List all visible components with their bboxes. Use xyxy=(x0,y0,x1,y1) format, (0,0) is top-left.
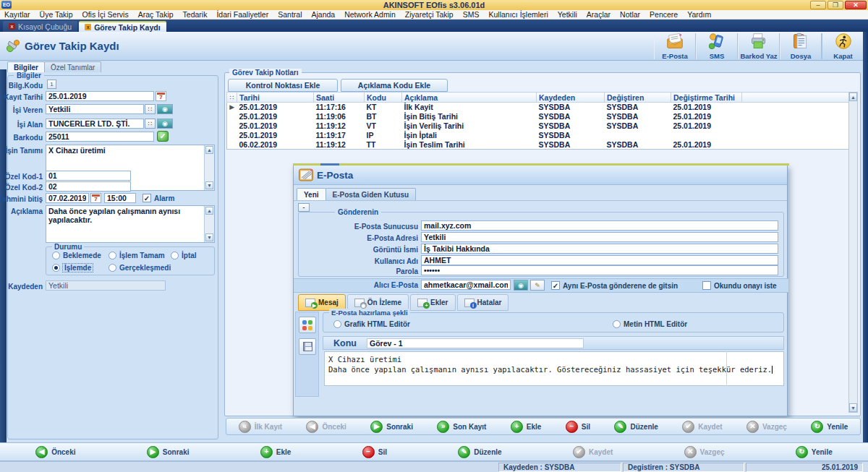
save-button[interactable]: ✔Kaydet xyxy=(573,446,613,458)
tab-ekler[interactable]: + Ekler xyxy=(410,294,455,311)
table-row[interactable]: ▶ 25.01.201911:17:16KTİlk KayitSYSDBASYS… xyxy=(227,103,851,112)
minimize-button[interactable]: – xyxy=(810,1,826,9)
menu-item-idari-faaliyetler[interactable]: İdari Faaliyetler xyxy=(216,10,268,19)
kontrol-noktasi-ekle-button[interactable]: Kontrol Noktası Ekle xyxy=(228,79,338,92)
radio-gerceklesmedi[interactable]: Gerçekleşmedi xyxy=(109,264,171,272)
search-icon[interactable]: ◉ xyxy=(157,119,173,129)
col-degistiren[interactable]: Değiştiren xyxy=(605,93,671,103)
edit-button[interactable]: ✎Düzenle xyxy=(614,421,658,433)
menu-item-ofis-ici-servis[interactable]: Ofis İçi Servis xyxy=(82,10,129,19)
col-saati[interactable]: Saati xyxy=(314,93,365,103)
last-record-button[interactable]: »Son Kayıt xyxy=(437,421,486,433)
scrollbar[interactable]: ▲▼ xyxy=(204,145,214,190)
search-icon[interactable]: ◉ xyxy=(157,104,173,114)
menu-item-tedarik[interactable]: Tedarik xyxy=(183,10,208,19)
menu-item-pencere[interactable]: Pencere xyxy=(650,10,678,19)
table-row[interactable]: 06.02.201911:19:12TTİşin Teslim TarihiSY… xyxy=(227,140,851,150)
refresh-button[interactable]: ↻Yenile xyxy=(811,421,848,433)
tahmini-bitis-time-input[interactable] xyxy=(104,193,136,203)
menu-item-sms[interactable]: SMS xyxy=(463,10,480,19)
scrollbar[interactable]: ▲▼ xyxy=(204,206,214,242)
close-button[interactable]: ✕ xyxy=(845,1,867,9)
edit-button[interactable]: ✎Düzenle xyxy=(458,446,501,458)
isi-veren-input[interactable] xyxy=(46,104,144,114)
tahmini-bitis-date-input[interactable] xyxy=(46,193,89,203)
tab-eposta-giden-kutusu[interactable]: E-Posta Giden Kutusu xyxy=(326,188,417,200)
table-row[interactable]: 25.01.201911:19:06BTİşin Bitiş TarihiSYS… xyxy=(227,112,851,121)
notes-scrollbar[interactable]: ▲▼ xyxy=(848,92,858,413)
cancel-button[interactable]: ✕Vazgeç xyxy=(746,421,787,433)
col-aciklama[interactable]: Açıklama xyxy=(402,93,537,103)
table-row[interactable]: 25.01.201911:19:17IPİşin İptaliSYSDBA xyxy=(227,131,851,140)
alarm-checkbox[interactable]: ✓ Alarm xyxy=(142,194,174,202)
okundu-onayi-checkbox[interactable]: Okundu onayı iste xyxy=(702,281,777,290)
radio-beklemede[interactable]: Beklemede xyxy=(52,252,101,259)
collapse-button[interactable]: - xyxy=(298,203,310,212)
menu-item-araclar[interactable]: Araçlar xyxy=(587,10,610,19)
aciklama-kodu-ekle-button[interactable]: Açıklama Kodu Ekle xyxy=(341,79,448,92)
tab-gorev-takip-kaydi[interactable]: x Görev Takip Kaydı xyxy=(79,21,166,32)
menu-item-ziyaretci-takip[interactable]: Ziyaretçi Takip xyxy=(405,10,454,19)
next-record-button[interactable]: ▶Sonraki xyxy=(370,421,413,433)
menu-item-ajanda[interactable]: Ajanda xyxy=(311,10,335,19)
konu-input[interactable] xyxy=(367,338,584,348)
radio-grafik-html[interactable]: Grafik HTML Editör xyxy=(333,320,410,328)
alici-eposta-input[interactable] xyxy=(421,280,511,290)
radio-islem-tamam[interactable]: İşlem Tamam xyxy=(109,252,165,259)
menu-item-uye-takip[interactable]: Üye Takip xyxy=(40,10,73,19)
menu-item-network-admin[interactable]: Network Admin xyxy=(344,10,396,19)
tab-close-icon[interactable]: x xyxy=(9,23,15,30)
address-book-icon[interactable]: ✎ xyxy=(530,280,545,291)
radio-islemde[interactable]: İşlemde xyxy=(52,264,93,272)
barkodu-input[interactable] xyxy=(46,132,154,142)
cancel-button[interactable]: ✕Vazgeç xyxy=(684,446,725,458)
first-record-button[interactable]: «İlk Kayıt xyxy=(239,421,282,433)
bilg-kodu-lookup-button[interactable]: 1 xyxy=(47,80,56,89)
kullanici-adi-input[interactable] xyxy=(421,255,778,265)
add-button[interactable]: +Ekle xyxy=(511,421,542,433)
dosya-button[interactable]: Dosya xyxy=(780,33,822,59)
col-kaydeden[interactable]: Kaydeden xyxy=(537,93,605,103)
radio-iptal[interactable]: İptal xyxy=(171,252,197,259)
camera-icon[interactable]: ◉ xyxy=(514,280,528,291)
eposta-sunucusu-input[interactable] xyxy=(421,220,778,231)
refresh-button[interactable]: ↻Yenile xyxy=(796,446,833,458)
tab-yeni[interactable]: Yeni xyxy=(297,188,326,200)
tab-kisayol-cubugu[interactable]: x Kısayol Çubuğu xyxy=(3,21,77,32)
table-row[interactable]: 25.01.201911:19:12VTİşin Veriliş TarihiS… xyxy=(227,121,851,131)
aciklama-textarea[interactable]: Daha önce yapılan çalışmanın aynısı yapı… xyxy=(46,205,215,243)
col-kodu[interactable]: Kodu xyxy=(365,93,402,103)
menu-item-kullanici-islemleri[interactable]: Kullanıcı İşlemleri xyxy=(488,10,548,19)
menu-item-yetkili[interactable]: Yetkili xyxy=(558,10,577,19)
save-button[interactable]: ✔Kaydet xyxy=(682,421,722,433)
next-record-button[interactable]: ▶Sonraki xyxy=(147,446,190,458)
kapat-button[interactable]: Kapat xyxy=(822,33,864,59)
delete-button[interactable]: −Sil xyxy=(362,446,387,458)
radio-metin-html[interactable]: Metin HTML Editör xyxy=(613,320,687,328)
calendar-icon[interactable]: 7 xyxy=(90,193,101,203)
previous-record-button[interactable]: ◀Önceki xyxy=(306,421,346,433)
restore-button[interactable]: ❐ xyxy=(827,1,843,9)
calendar-icon[interactable]: 7 xyxy=(156,91,166,101)
menu-item-yardim[interactable]: Yardım xyxy=(687,10,711,19)
sms-button[interactable]: SMS xyxy=(696,33,738,59)
barkod-yaz-button[interactable]: Barkod Yaz xyxy=(738,33,780,59)
tab-bilgiler[interactable]: Bilgiler xyxy=(7,61,45,72)
message-body-editor[interactable]: X Cihazı üretimi Daha önce yapılan çalış… xyxy=(324,351,784,386)
tab-ozel-tanimlar[interactable]: Özel Tanımlar xyxy=(44,61,102,72)
list-select-icon[interactable]: ∷ xyxy=(145,119,156,129)
ozel-kod2-input[interactable] xyxy=(46,181,131,192)
menu-item-santral[interactable]: Santral xyxy=(278,10,302,19)
tab-close-icon[interactable]: x xyxy=(85,24,91,30)
menu-item-kayitlar[interactable]: Kayıtlar xyxy=(4,10,30,19)
kayit-tarihi-input[interactable] xyxy=(46,91,154,101)
previous-record-button[interactable]: ◀Önceki xyxy=(35,446,75,458)
eposta-adresi-input[interactable] xyxy=(421,232,778,242)
goruntu-ismi-input[interactable] xyxy=(421,244,778,254)
add-button[interactable]: +Ekle xyxy=(260,446,292,458)
ayni-eposta-checkbox[interactable]: ✓ Aynı E-Posta gönderene de gitsin xyxy=(551,281,678,290)
ozel-kod1-input[interactable] xyxy=(46,171,131,181)
parola-input[interactable] xyxy=(421,265,778,275)
list-select-icon[interactable]: ∷ xyxy=(145,104,156,114)
menu-item-arac-takip[interactable]: Araç Takip xyxy=(138,10,174,19)
